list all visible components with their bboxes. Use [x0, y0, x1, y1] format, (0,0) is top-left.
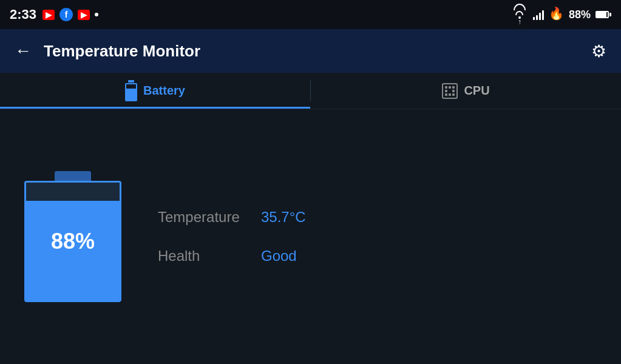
signal-bars-icon — [533, 9, 544, 20]
app-bar: ← Temperature Monitor ⚙ — [0, 29, 621, 73]
cpu-tab-icon — [442, 83, 458, 99]
status-icons: ▶ f ▶ — [42, 8, 98, 21]
health-label: Health — [158, 248, 249, 265]
battery-status-icon — [596, 11, 611, 18]
flame-icon: 🔥 — [549, 6, 564, 21]
battery-percentage: 88% — [26, 229, 120, 254]
info-panel: Temperature 35.7°C Health Good — [158, 209, 306, 265]
status-left: 2:33 ▶ f ▶ — [10, 7, 98, 22]
status-bar: 2:33 ▶ f ▶ ↑ 🔥 88% — [0, 0, 621, 29]
status-dot — [95, 13, 98, 16]
main-content: 88% Temperature 35.7°C Health Good — [0, 109, 621, 364]
battery-body: 88% — [24, 181, 121, 302]
tab-cpu[interactable]: CPU — [311, 73, 621, 109]
status-right: ↑ 🔥 88% — [514, 4, 611, 26]
temperature-row: Temperature 35.7°C — [158, 209, 306, 226]
status-time: 2:33 — [10, 7, 36, 22]
tab-battery-label: Battery — [143, 84, 185, 98]
health-value: Good — [261, 248, 297, 265]
wifi-icon: ↑ — [514, 4, 526, 26]
temperature-label: Temperature — [158, 209, 249, 226]
back-button[interactable]: ← — [15, 41, 32, 61]
settings-button[interactable]: ⚙ — [591, 41, 606, 61]
tab-battery[interactable]: Battery — [0, 73, 310, 109]
app-bar-left: ← Temperature Monitor — [15, 41, 200, 61]
youtube-icon-1: ▶ — [42, 10, 55, 20]
tab-cpu-label: CPU — [464, 84, 489, 98]
battery-tab-icon — [125, 80, 137, 101]
tab-bar: Battery CPU — [0, 73, 621, 109]
facebook-icon: f — [59, 8, 73, 21]
battery-percent-text: 88% — [569, 8, 591, 21]
youtube-icon-2: ▶ — [78, 10, 90, 20]
battery-illustration: 88% — [24, 171, 121, 302]
health-row: Health Good — [158, 248, 306, 265]
app-title: Temperature Monitor — [44, 42, 200, 61]
temperature-value: 35.7°C — [261, 209, 306, 226]
